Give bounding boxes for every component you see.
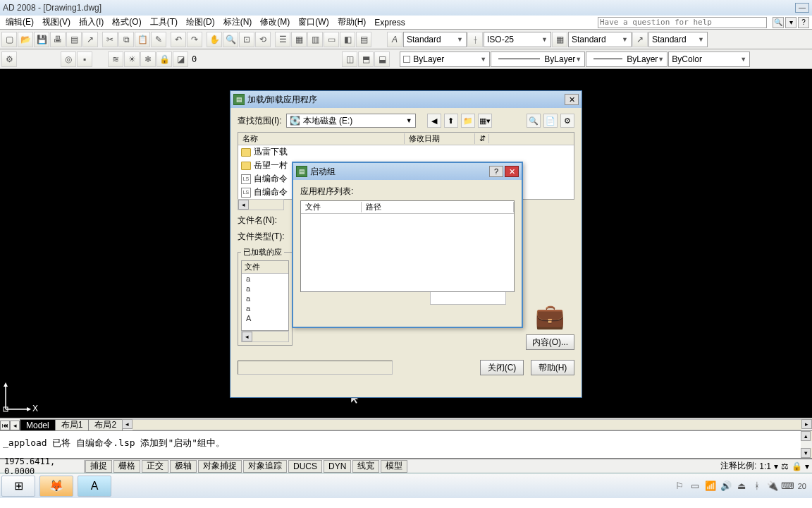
col-date[interactable]: 修改日期 <box>405 133 475 144</box>
statustray-icon[interactable]: ▾ <box>805 461 809 471</box>
tray-time[interactable]: 20 <box>798 482 806 490</box>
scroll-up-icon[interactable]: ▴ <box>801 431 811 441</box>
hide-icon[interactable]: ▪ <box>77 52 92 67</box>
col-name[interactable]: 名称 <box>238 133 405 144</box>
redo-icon[interactable]: ↷ <box>187 32 202 47</box>
close-button[interactable]: 关闭(C) <box>480 360 524 375</box>
mleader-icon[interactable]: ↗ <box>632 32 648 47</box>
scroll-down-icon[interactable]: ▾ <box>801 448 811 458</box>
drawing-canvas[interactable]: X ▤ 加载/卸载应用程序 ✕ 查找范围(I): 💽 本地磁盘 (E:) ▼ ◀… <box>0 69 812 418</box>
zoom-prev-icon[interactable]: ⟲ <box>255 32 271 47</box>
tray-bt-icon[interactable]: ᚼ <box>751 480 763 492</box>
zoom-realtime-icon[interactable]: 🔍 <box>223 32 238 47</box>
command-text[interactable]: _appload 已将 自编命令.lsp 添加到"启动"组中。 <box>0 431 801 458</box>
tray-flag-icon[interactable]: ⚐ <box>674 480 685 492</box>
ortho-toggle[interactable]: 正交 <box>142 460 168 473</box>
layout-hscroll[interactable]: ◂ ▸ <box>122 419 812 430</box>
start-button[interactable]: ⊞ <box>1 476 35 497</box>
markup-icon[interactable]: ◧ <box>340 32 355 47</box>
startup-close-button[interactable]: ✕ <box>505 166 519 177</box>
command-line[interactable]: _appload 已将 自编命令.lsp 添加到"启动"组中。 ▴ ▾ <box>0 430 812 459</box>
startup-col-path[interactable]: 路径 <box>362 202 514 212</box>
tray-usb-icon[interactable]: ⏏ <box>736 480 747 492</box>
list-item[interactable]: A <box>242 313 288 323</box>
help-search-input[interactable] <box>598 17 767 28</box>
col-type[interactable]: ⇵ <box>475 134 489 143</box>
paste-icon[interactable]: 📋 <box>135 32 150 47</box>
freeze-icon[interactable]: ❄ <box>140 52 156 67</box>
views-icon[interactable]: ▦▾ <box>478 114 492 128</box>
open-icon[interactable]: 📂 <box>18 32 33 47</box>
regen-icon[interactable]: ◎ <box>61 52 76 67</box>
insert-icon[interactable]: ⬒ <box>358 52 374 67</box>
plotstyle-combo[interactable]: ByColor▼ <box>668 52 750 67</box>
loaded-col-file[interactable]: 文件 <box>242 261 288 274</box>
layermgr-icon[interactable]: ≋ <box>108 52 123 67</box>
menu-express[interactable]: Express <box>371 16 407 29</box>
lineweight-combo[interactable]: ByLayer▼ <box>586 52 668 67</box>
annoscale-value[interactable]: 1:1 <box>759 461 771 471</box>
new-icon[interactable]: ▢ <box>1 32 17 47</box>
save-icon[interactable]: 💾 <box>34 32 49 47</box>
menu-insert[interactable]: 插入(I) <box>76 15 106 30</box>
lock-icon[interactable]: 🔒 <box>156 52 172 67</box>
help-icon[interactable]: ? <box>798 17 809 28</box>
newfolder-icon[interactable]: 📁 <box>461 114 475 128</box>
scroll-left-icon[interactable]: ◂ <box>122 419 133 429</box>
list-item[interactable]: a <box>242 294 288 303</box>
tray-vol-icon[interactable]: 🔊 <box>720 480 732 492</box>
tools-icon[interactable]: ⚙ <box>560 114 574 128</box>
menu-view[interactable]: 视图(V) <box>39 15 73 30</box>
tab-layout1[interactable]: 布局1 <box>55 419 90 430</box>
file-hscroll[interactable]: ◂ <box>238 199 284 210</box>
mleader-combo[interactable]: Standard▼ <box>648 32 708 47</box>
layer-combo[interactable]: ByLayer▼ <box>400 52 490 67</box>
tablestyle-icon[interactable]: ▦ <box>552 32 567 47</box>
fav-icon[interactable]: 📄 <box>543 114 558 128</box>
loaded-apps-list[interactable]: 文件 a a a a A <box>241 260 289 331</box>
appload-titlebar[interactable]: ▤ 加载/卸载应用程序 ✕ <box>230 91 582 108</box>
menu-dim[interactable]: 标注(N) <box>221 15 255 30</box>
zoom-window-icon[interactable]: ⊡ <box>239 32 254 47</box>
startup-col-file[interactable]: 文件 <box>301 202 362 212</box>
tray-kb-icon[interactable]: ⌨ <box>782 480 794 492</box>
match-icon[interactable]: ✎ <box>151 32 166 47</box>
sheet-icon[interactable]: ▭ <box>324 32 339 47</box>
pan-icon[interactable]: ✋ <box>207 32 222 47</box>
cut-icon[interactable]: ✂ <box>102 32 118 47</box>
list-item[interactable]: a <box>242 284 288 294</box>
menu-format[interactable]: 格式(O) <box>109 15 144 30</box>
appload-close-button[interactable]: ✕ <box>565 94 579 105</box>
toolpal-icon[interactable]: ▥ <box>307 32 323 47</box>
tab-prev-icon[interactable]: ◂ <box>10 421 20 430</box>
startup-listbox[interactable]: 文件 路径 <box>300 200 515 292</box>
publish-icon[interactable]: ↗ <box>82 32 98 47</box>
loaded-hscroll[interactable]: ◂ <box>241 331 289 342</box>
otrack-toggle[interactable]: 对象追踪 <box>243 460 287 473</box>
startup-titlebar[interactable]: ▤ 启动组 ? ✕ <box>293 163 522 180</box>
list-item[interactable]: a <box>242 303 288 313</box>
polar-toggle[interactable]: 极轴 <box>170 460 197 473</box>
menu-help[interactable]: 帮助(H) <box>335 15 369 30</box>
scroll-right-icon[interactable]: ▸ <box>801 419 812 429</box>
dropdown-icon[interactable]: ▾ <box>785 17 796 28</box>
find-icon[interactable]: 🔍 <box>527 114 541 128</box>
minimize-button[interactable]: — <box>795 3 809 13</box>
grid-toggle[interactable]: 栅格 <box>113 460 140 473</box>
startup-help-button[interactable]: ? <box>489 166 503 177</box>
tray-wifi-icon[interactable]: 📶 <box>705 480 716 492</box>
copy-icon[interactable]: ⧉ <box>118 32 134 47</box>
dyn-toggle[interactable]: DYN <box>324 460 351 473</box>
linetype-combo[interactable]: ByLayer▼ <box>491 52 585 67</box>
file-row[interactable]: 迅雷下载 <box>238 145 574 159</box>
tablestyle-combo[interactable]: Standard▼ <box>568 32 632 47</box>
textstyle-icon[interactable]: A <box>387 32 402 47</box>
undo-icon[interactable]: ↶ <box>171 32 186 47</box>
scroll-left-icon[interactable]: ◂ <box>238 200 249 210</box>
tab-layout2[interactable]: 布局2 <box>88 419 123 430</box>
lookin-combo[interactable]: 💽 本地磁盘 (E:) ▼ <box>286 114 416 128</box>
dimstyle-icon[interactable]: ⟊ <box>467 32 483 47</box>
annoscale-dd-icon[interactable]: ▾ <box>774 461 778 471</box>
block-icon[interactable]: ◫ <box>342 52 357 67</box>
tray-power-icon[interactable]: 🔌 <box>767 480 778 492</box>
